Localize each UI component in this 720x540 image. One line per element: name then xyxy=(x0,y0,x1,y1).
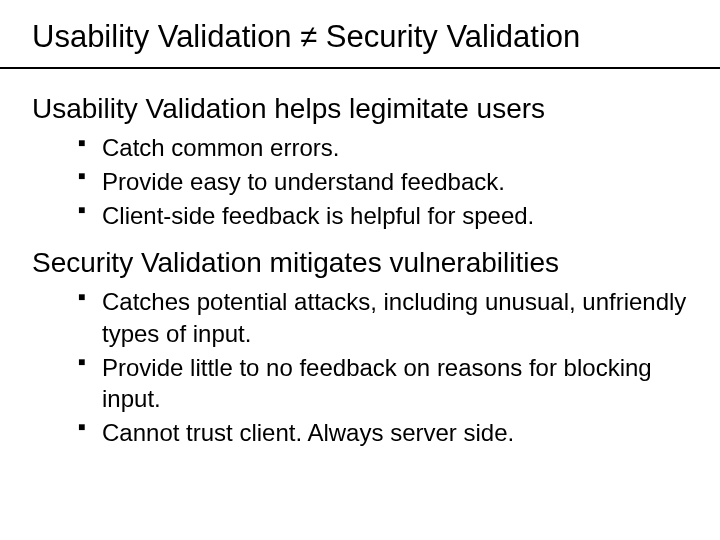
usability-bullet-list: Catch common errors. Provide easy to und… xyxy=(78,132,688,231)
slide-title: Usability Validation ≠ Security Validati… xyxy=(0,8,720,69)
list-item: Cannot trust client. Always server side. xyxy=(78,417,688,449)
list-item: Catches potential attacks, including unu… xyxy=(78,286,688,349)
section-heading-security: Security Validation mitigates vulnerabil… xyxy=(32,245,688,280)
slide: Usability Validation ≠ Security Validati… xyxy=(0,8,720,540)
list-item: Provide easy to understand feedback. xyxy=(78,166,688,198)
slide-body: Usability Validation helps legimitate us… xyxy=(0,69,720,448)
list-item: Provide little to no feedback on reasons… xyxy=(78,352,688,415)
security-bullet-list: Catches potential attacks, including unu… xyxy=(78,286,688,448)
list-item: Client-side feedback is helpful for spee… xyxy=(78,200,688,232)
list-item: Catch common errors. xyxy=(78,132,688,164)
section-heading-usability: Usability Validation helps legimitate us… xyxy=(32,91,688,126)
